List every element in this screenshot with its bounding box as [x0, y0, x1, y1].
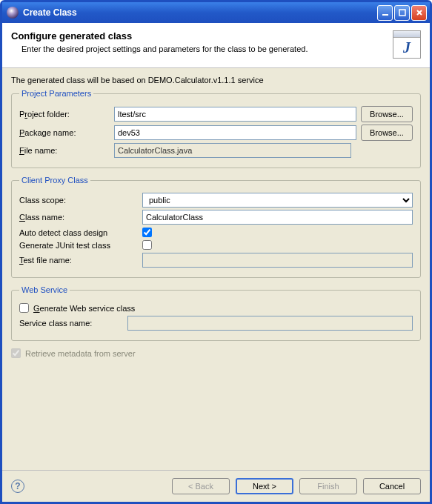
- java-file-icon: J: [393, 30, 421, 59]
- page-subtitle: Enter the desired project settings and p…: [21, 44, 393, 53]
- close-button[interactable]: [411, 5, 427, 21]
- project-parameters-legend: Project Parameters: [19, 89, 93, 98]
- titlebar[interactable]: Create Class: [2, 2, 430, 23]
- package-name-browse-button[interactable]: Browse...: [361, 125, 413, 141]
- generate-web-service-label: Generate Web service class: [33, 304, 135, 313]
- content-area: The generated class will be based on DEM…: [2, 68, 430, 470]
- project-parameters-group: Project Parameters Project folder: Brows…: [11, 89, 421, 168]
- client-proxy-legend: Client Proxy Class: [19, 176, 90, 185]
- generate-web-service-checkbox[interactable]: [19, 303, 29, 313]
- wizard-header: Configure generated class Enter the desi…: [2, 23, 430, 68]
- class-scope-select[interactable]: public: [142, 193, 413, 208]
- client-proxy-group: Client Proxy Class Class scope: public C…: [11, 176, 421, 278]
- test-file-name-readonly: [142, 253, 413, 268]
- class-scope-label: Class scope:: [19, 196, 138, 205]
- page-title: Configure generated class: [11, 30, 393, 42]
- project-folder-input[interactable]: [114, 107, 356, 122]
- package-name-label: Package name:: [19, 128, 110, 137]
- file-name-label: File name:: [19, 146, 110, 155]
- next-button[interactable]: Next >: [236, 478, 293, 494]
- web-service-group: Web Service Generate Web service class S…: [11, 285, 421, 341]
- eclipse-icon: [7, 7, 19, 19]
- class-name-label: Class name:: [19, 213, 138, 222]
- finish-button: Finish: [299, 478, 357, 494]
- cancel-button[interactable]: Cancel: [363, 478, 421, 494]
- window-title: Create Class: [23, 7, 377, 18]
- class-name-input[interactable]: [142, 210, 413, 225]
- file-name-readonly: CalculatorClass.java: [114, 143, 351, 158]
- auto-detect-checkbox[interactable]: [142, 228, 152, 237]
- maximize-button[interactable]: [394, 5, 410, 21]
- help-icon[interactable]: ?: [11, 480, 24, 493]
- package-name-input[interactable]: [114, 125, 356, 140]
- service-class-name-readonly: [127, 316, 413, 331]
- retrieve-metadata-checkbox: [11, 348, 21, 358]
- generate-junit-label: Generate JUnit test class: [19, 241, 138, 250]
- test-file-name-label: Test file name:: [19, 256, 138, 265]
- svg-rect-1: [399, 10, 405, 16]
- back-button: < Back: [172, 478, 230, 494]
- window-controls: [377, 5, 427, 21]
- web-service-legend: Web Service: [19, 285, 70, 294]
- generate-junit-checkbox[interactable]: [142, 240, 152, 250]
- svg-rect-0: [382, 14, 388, 16]
- service-info-text: The generated class will be based on DEM…: [11, 76, 421, 84]
- button-bar: ? < Back Next > Finish Cancel: [2, 470, 430, 502]
- auto-detect-label: Auto detect class design: [19, 228, 138, 237]
- retrieve-metadata-row: Retrieve metadata from server: [11, 348, 421, 358]
- project-folder-label: Project folder:: [19, 110, 110, 119]
- minimize-button[interactable]: [377, 5, 393, 21]
- retrieve-metadata-label: Retrieve metadata from server: [25, 349, 136, 358]
- project-folder-browse-button[interactable]: Browse...: [361, 106, 413, 122]
- service-class-name-label: Service class name:: [19, 319, 123, 328]
- dialog-window: Create Class Configure generated class E…: [0, 0, 432, 504]
